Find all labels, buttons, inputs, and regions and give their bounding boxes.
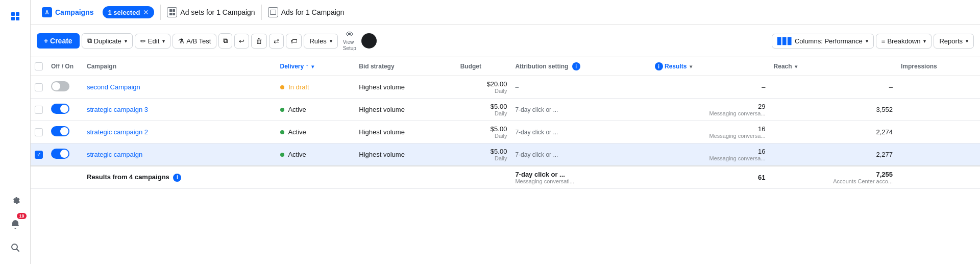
breakdown-caret[interactable]: ▾ <box>923 38 926 44</box>
bell-icon[interactable]: 19 <box>6 215 24 233</box>
rules-caret[interactable]: ▾ <box>330 38 332 44</box>
row4-bid-cell: Highest volume <box>355 143 456 166</box>
summary-attr-val: 7-day click or ... <box>515 171 644 178</box>
edit-button[interactable]: ✏ Edit ▾ <box>135 34 170 49</box>
row3-status-dot <box>280 130 284 134</box>
row3-checkbox[interactable] <box>35 128 43 136</box>
edit-icon: ✏ <box>140 37 146 45</box>
adsets-nav[interactable]: Ad sets for 1 Campaign <box>167 7 255 17</box>
select-all-checkbox[interactable] <box>35 62 43 70</box>
svg-rect-3 <box>16 17 19 20</box>
campaigns-tab[interactable]: A Campaigns <box>37 4 99 20</box>
summary-bid-col <box>355 166 456 189</box>
row1-toggle[interactable] <box>51 81 69 91</box>
breakdown-button[interactable]: ≡ Breakdown ▾ <box>876 34 932 49</box>
edit-caret[interactable]: ▾ <box>162 38 165 44</box>
columns-button[interactable]: ▊▊▊ Columns: Performance ▾ <box>772 34 874 49</box>
row4-reach-cell: 2,277 <box>770 143 897 166</box>
row4-campaign-link[interactable]: strategic campaign <box>87 151 142 158</box>
row4-budget-amount: $5.00 <box>460 148 507 155</box>
row3-campaign-link[interactable]: strategic campaign 2 <box>87 128 148 136</box>
close-selected-icon[interactable]: ✕ <box>143 8 149 16</box>
table-row: strategic campaign 3 Active Highest volu… <box>31 99 980 121</box>
adsets-label: Ad sets for 1 Campaign <box>180 8 255 16</box>
row2-reach-cell: 3,552 <box>770 99 897 121</box>
duplicate-button[interactable]: ⧉ Duplicate ▾ <box>82 33 133 49</box>
summary-reach-val: 7,255 <box>774 171 893 178</box>
summary-attr-cell: 7-day click or ... Messaging conversati.… <box>511 166 648 189</box>
duplicate-caret[interactable]: ▾ <box>125 38 127 44</box>
row2-impressions-cell <box>897 99 980 121</box>
row1-delivery-text: In draft <box>288 83 309 91</box>
campaigns-label: Campaigns <box>55 8 93 16</box>
summary-budget-col <box>456 166 511 189</box>
row1-checkbox-cell <box>31 76 47 99</box>
topbar-divider-2 <box>261 5 262 20</box>
row1-bid-cell: Highest volume <box>355 76 456 99</box>
row2-campaign-cell: strategic campaign 3 <box>83 99 276 121</box>
row1-attr-cell: – <box>511 76 648 99</box>
copy-icon: ⧉ <box>223 37 228 45</box>
reports-label: Reports <box>939 37 963 45</box>
summary-impressions-col <box>897 166 980 189</box>
row2-checkbox[interactable] <box>35 106 43 114</box>
copy-button[interactable]: ⧉ <box>218 33 232 49</box>
rules-button[interactable]: Rules ▾ <box>304 34 337 49</box>
row2-campaign-link[interactable]: strategic campaign 3 <box>87 106 148 113</box>
summary-row: Results from 4 campaigns i 7-day click o… <box>31 166 980 189</box>
header-checkbox-col <box>31 57 47 76</box>
delete-button[interactable]: 🗑 <box>251 34 267 49</box>
view-setup-button[interactable]: 👁 ViewSetup <box>340 29 359 53</box>
header-budget: Budget <box>456 57 511 76</box>
move-button[interactable]: ⇄ <box>269 34 284 49</box>
toolbar: + Create ⧉ Duplicate ▾ ✏ Edit ▾ ⚗ A/B Te… <box>31 25 980 57</box>
summary-checkbox-col <box>31 166 47 189</box>
row1-reach-cell: – <box>770 76 897 99</box>
row3-reach-cell: 2,274 <box>770 121 897 143</box>
svg-rect-2 <box>11 17 15 20</box>
toolbar-right: ▊▊▊ Columns: Performance ▾ ≡ Breakdown ▾… <box>772 34 974 49</box>
topbar: A Campaigns 1 selected ✕ Ad sets for 1 C… <box>31 0 980 25</box>
table-row: second Campaign In draft Highest volume … <box>31 76 980 99</box>
grid-icon[interactable] <box>6 7 24 26</box>
selected-badge[interactable]: 1 selected ✕ <box>103 6 154 18</box>
row4-checkbox-cell: ✓ <box>31 143 47 166</box>
row1-toggle-cell <box>47 76 83 99</box>
ads-nav[interactable]: Ads for 1 Campaign <box>268 7 345 17</box>
row3-results-sub: Messaging conversa... <box>653 133 766 139</box>
results-info-icon[interactable]: i <box>655 62 663 70</box>
row3-delivery-text: Active <box>288 128 306 136</box>
svg-rect-1 <box>16 12 19 16</box>
tag-button[interactable]: 🏷 <box>286 34 302 49</box>
row4-toggle[interactable] <box>51 149 69 159</box>
summary-info-icon[interactable]: i <box>173 174 181 182</box>
header-delivery[interactable]: Delivery ↑ ▾ <box>276 57 355 76</box>
reports-caret[interactable]: ▾ <box>966 38 968 44</box>
row4-impressions-cell <box>897 143 980 166</box>
row3-toggle[interactable] <box>51 126 69 136</box>
create-button[interactable]: + Create <box>37 33 80 49</box>
circle-toggle[interactable] <box>361 33 377 49</box>
row1-budget-period: Daily <box>460 88 507 94</box>
row1-checkbox[interactable] <box>35 83 43 91</box>
ab-test-label: A/B Test <box>186 37 211 45</box>
row2-status-dot <box>280 108 284 112</box>
row2-toggle[interactable] <box>51 104 69 114</box>
settings-icon[interactable] <box>6 191 24 210</box>
ab-test-button[interactable]: ⚗ A/B Test <box>173 34 216 49</box>
row1-campaign-link[interactable]: second Campaign <box>87 83 140 91</box>
row2-budget-amount: $5.00 <box>460 103 507 110</box>
ads-icon <box>268 7 278 17</box>
view-setup-label: ViewSetup <box>343 39 356 52</box>
edit-label: Edit <box>148 37 159 45</box>
row2-results-val: 29 <box>653 103 766 110</box>
reports-button[interactable]: Reports ▾ <box>934 34 974 49</box>
rules-label: Rules <box>309 37 326 45</box>
columns-caret[interactable]: ▾ <box>866 38 868 44</box>
header-impressions: Impressions <box>897 57 980 76</box>
search-icon[interactable] <box>6 238 24 257</box>
attribution-info-icon[interactable]: i <box>572 62 580 70</box>
summary-results-cell: 61 <box>649 166 770 189</box>
undo-button[interactable]: ↩ <box>234 34 249 49</box>
row4-checkbox[interactable]: ✓ <box>35 151 43 159</box>
